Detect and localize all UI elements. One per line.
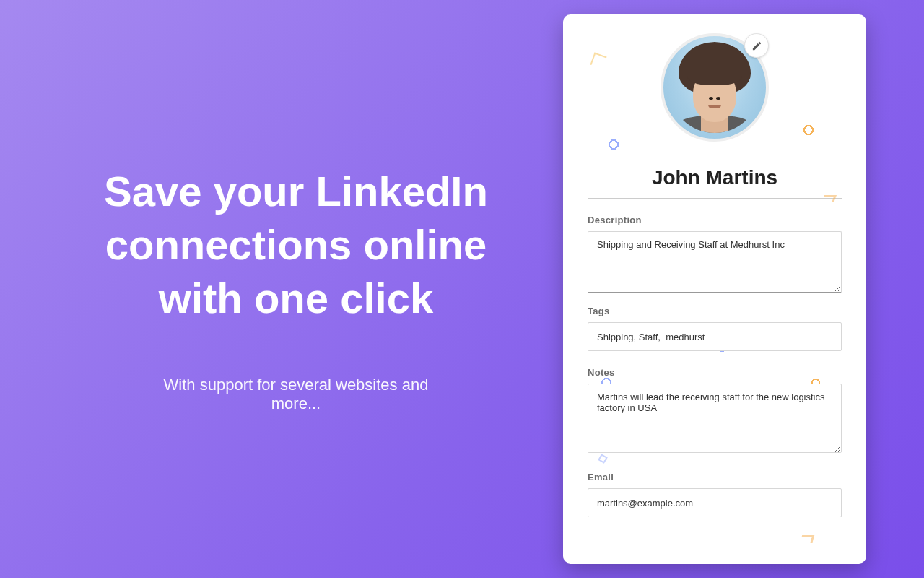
tags-input[interactable] bbox=[588, 322, 842, 351]
confetti-decoration bbox=[823, 195, 833, 205]
avatar bbox=[661, 33, 769, 142]
contact-name-input[interactable] bbox=[588, 162, 842, 199]
notes-textarea[interactable] bbox=[588, 384, 842, 453]
notes-label: Notes bbox=[588, 367, 842, 378]
confetti-decoration bbox=[801, 535, 814, 548]
email-label: Email bbox=[588, 472, 842, 483]
marketing-column: Save your LinkedIn connections online wi… bbox=[0, 165, 563, 414]
contact-card-panel: Description Tags Notes Email bbox=[563, 14, 866, 564]
pencil-icon bbox=[751, 40, 762, 51]
tags-field: Tags bbox=[588, 306, 842, 351]
email-input[interactable] bbox=[588, 488, 842, 517]
description-field: Description bbox=[588, 215, 842, 290]
confetti-decoration bbox=[590, 52, 606, 69]
description-label: Description bbox=[588, 215, 842, 225]
edit-avatar-button[interactable] bbox=[744, 33, 769, 58]
subheadline: With support for several websites and mo… bbox=[144, 376, 448, 413]
avatar-image bbox=[669, 42, 760, 133]
headline: Save your LinkedIn connections online wi… bbox=[72, 165, 520, 326]
email-field: Email bbox=[588, 472, 842, 517]
tags-label: Tags bbox=[588, 306, 842, 316]
notes-field: Notes bbox=[588, 367, 842, 456]
description-textarea[interactable] bbox=[588, 231, 842, 293]
